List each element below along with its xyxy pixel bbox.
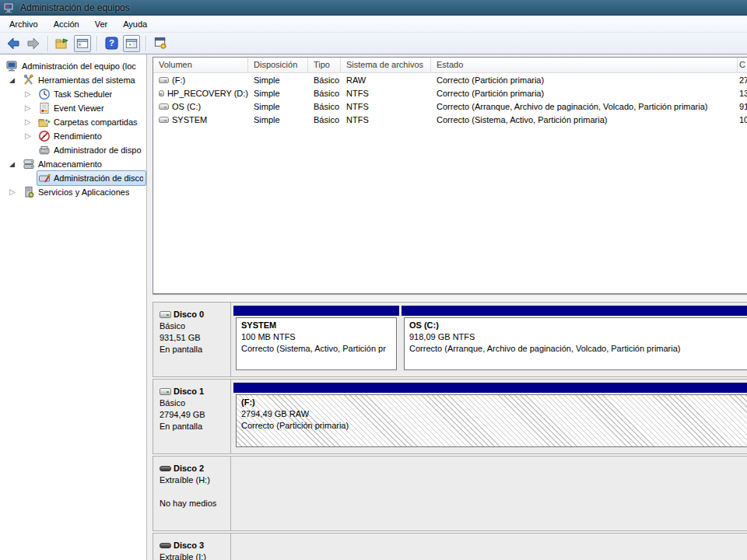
volume-row-hp-recovery[interactable]: HP_RECOVERY (D:) Simple Básico NTFS Corr… xyxy=(153,86,747,100)
svg-text:?: ? xyxy=(109,38,114,47)
fixed-disk-icon xyxy=(160,388,171,395)
disk-1-header[interactable]: Disco 1 Básico 2794,49 GB En pantalla xyxy=(153,380,231,453)
fixed-disk-icon xyxy=(160,311,171,318)
device-manager-icon xyxy=(38,144,51,156)
customize-icon[interactable] xyxy=(152,35,169,52)
column-header-sistema-archivos[interactable]: Sistema de archivos xyxy=(341,58,431,72)
tree-item-shared-folders[interactable]: ▷ Carpetas compartidas xyxy=(0,115,146,129)
help-icon[interactable]: ? xyxy=(103,35,120,52)
console-tree: Administración del equipo (loc ◢ Herrami… xyxy=(0,54,147,560)
column-header-estado[interactable]: Estado xyxy=(431,58,738,72)
column-header-tipo[interactable]: Tipo xyxy=(308,58,341,72)
toolbar: ? xyxy=(0,33,747,54)
no-media-area xyxy=(231,534,747,560)
volume-row-system[interactable]: SYSTEM Simple Básico NTFS Correcto (Sist… xyxy=(153,113,747,126)
tree-item-storage[interactable]: ◢ Almacenamiento xyxy=(0,157,146,171)
volume-icon xyxy=(159,77,169,83)
tree-item-label: Carpetas compartidas xyxy=(54,117,138,127)
tree-item-label: Event Viewer xyxy=(54,103,104,113)
tree-item-computer-management[interactable]: Administración del equipo (loc xyxy=(0,59,146,73)
event-viewer-icon xyxy=(38,102,51,114)
primary-partition-bar xyxy=(402,306,747,316)
column-header-disposicion[interactable]: Disposición xyxy=(248,58,308,72)
volume-icon xyxy=(159,103,169,110)
partition-f[interactable]: (F:) 2794,49 GB RAW Correcto (Partición … xyxy=(233,383,747,450)
volume-list: Volumen Disposición Tipo Sistema de arch… xyxy=(153,57,747,294)
volume-row-f[interactable]: (F:) Simple Básico RAW Correcto (Partici… xyxy=(153,73,747,86)
services-icon xyxy=(23,186,35,198)
disk-0-header[interactable]: Disco 0 Básico 931,51 GB En pantalla xyxy=(153,303,231,376)
show-action-pane-button[interactable] xyxy=(123,35,140,52)
disk-management-icon xyxy=(38,172,51,184)
removable-disk-icon xyxy=(160,466,171,471)
computer-icon xyxy=(6,60,19,72)
expander-collapsed-icon[interactable]: ▷ xyxy=(23,101,37,115)
expander-collapsed-icon[interactable]: ▷ xyxy=(7,185,21,199)
column-header-volumen[interactable]: Volumen xyxy=(153,58,248,72)
volume-icon xyxy=(159,117,169,123)
shared-folders-icon xyxy=(38,116,51,128)
menu-accion[interactable]: Acción xyxy=(46,17,87,31)
tree-item-label: Task Scheduler xyxy=(54,89,112,99)
tools-icon xyxy=(23,74,35,86)
expander-collapsed-icon[interactable]: ▷ xyxy=(23,115,37,129)
disk-row-0: Disco 0 Básico 931,51 GB En pantalla SYS… xyxy=(153,302,747,377)
disk-row-2: Disco 2 Extraíble (H:) No hay medios xyxy=(153,456,747,531)
disk-2-header[interactable]: Disco 2 Extraíble (H:) No hay medios xyxy=(153,457,231,530)
tree-item-services-applications[interactable]: ▷ Servicios y Aplicaciones xyxy=(0,185,146,199)
tree-item-event-viewer[interactable]: ▷ Event Viewer xyxy=(0,101,146,115)
tree-item-task-scheduler[interactable]: ▷ Task Scheduler xyxy=(0,87,146,101)
back-button[interactable] xyxy=(5,35,22,52)
menu-ayuda[interactable]: Ayuda xyxy=(115,17,155,31)
tree-item-label: Rendimiento xyxy=(54,131,102,141)
expander-collapsed-icon[interactable]: ▷ xyxy=(23,87,37,101)
tree-item-label: Administración de disco xyxy=(54,173,143,183)
toolbar-separator xyxy=(96,36,97,51)
volume-icon xyxy=(159,90,164,96)
tree-item-disk-management[interactable]: Administración de disco xyxy=(0,171,146,185)
toolbar-separator xyxy=(146,36,146,51)
tree-item-device-manager[interactable]: Administrador de dispo xyxy=(0,143,146,157)
menu-ver[interactable]: Ver xyxy=(87,17,116,31)
tree-item-label: Administración del equipo (loc xyxy=(22,61,136,71)
tree-item-system-tools[interactable]: ◢ Herramientas del sistema xyxy=(0,73,146,87)
partition-os-c[interactable]: OS (C:) 918,09 GB NTFS Correcto (Arranqu… xyxy=(402,306,747,373)
tree-item-performance[interactable]: ▷ Rendimiento xyxy=(0,129,146,143)
tree-item-label: Herramientas del sistema xyxy=(38,75,135,85)
forward-button[interactable] xyxy=(25,35,42,52)
performance-gauge-icon xyxy=(38,130,51,142)
menu-archivo[interactable]: Archivo xyxy=(2,17,46,31)
titlebar: Administración de equipos xyxy=(0,0,747,16)
tree-item-label: Servicios y Aplicaciones xyxy=(38,187,129,197)
volume-row-os-c[interactable]: OS (C:) Simple Básico NTFS Correcto (Arr… xyxy=(153,100,747,113)
export-list-icon[interactable] xyxy=(54,35,71,52)
primary-partition-bar xyxy=(233,306,399,316)
disk-row-1: Disco 1 Básico 2794,49 GB En pantalla (F… xyxy=(153,379,747,454)
tree-item-label: Almacenamiento xyxy=(38,159,102,169)
expander-expanded-icon[interactable]: ◢ xyxy=(7,157,21,171)
column-header-capacidad[interactable]: C xyxy=(738,58,747,72)
computer-management-icon[interactable] xyxy=(3,2,16,14)
disk-management-panel: Volumen Disposición Tipo Sistema de arch… xyxy=(153,54,747,560)
disk-3-header[interactable]: Disco 3 Extraíble (I:) xyxy=(153,534,231,560)
toolbar-separator xyxy=(47,36,48,51)
window-title: Administración de equipos xyxy=(20,2,130,13)
storage-icon xyxy=(23,158,35,170)
partition-system[interactable]: SYSTEM 100 MB NTFS Correcto (Sistema, Ac… xyxy=(233,306,399,373)
removable-disk-icon xyxy=(160,543,171,548)
volume-list-header: Volumen Disposición Tipo Sistema de arch… xyxy=(153,58,747,73)
clock-icon xyxy=(38,88,51,100)
show-console-tree-button[interactable] xyxy=(74,35,91,52)
expander-collapsed-icon[interactable]: ▷ xyxy=(23,129,37,143)
expander-expanded-icon[interactable]: ◢ xyxy=(7,73,21,87)
disk-row-3: Disco 3 Extraíble (I:) xyxy=(153,533,747,560)
graphical-view: Disco 0 Básico 931,51 GB En pantalla SYS… xyxy=(153,296,747,560)
no-media-area xyxy=(231,457,747,530)
primary-partition-bar xyxy=(233,383,747,393)
tree-item-label: Administrador de dispo xyxy=(54,145,142,155)
menubar: Archivo Acción Ver Ayuda xyxy=(0,16,747,33)
